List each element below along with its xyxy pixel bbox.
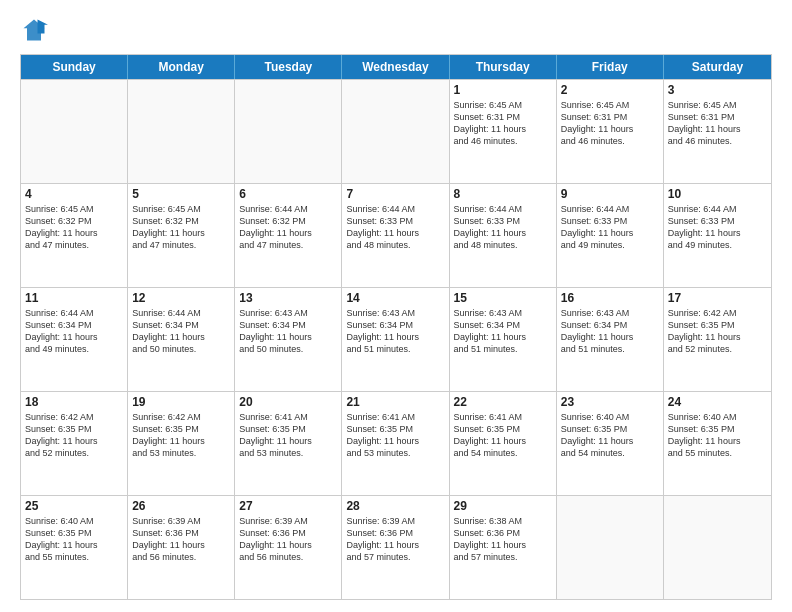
day-cell-6: 6Sunrise: 6:44 AM Sunset: 6:32 PM Daylig… bbox=[235, 184, 342, 287]
calendar-body: 1Sunrise: 6:45 AM Sunset: 6:31 PM Daylig… bbox=[21, 79, 771, 599]
day-cell-20: 20Sunrise: 6:41 AM Sunset: 6:35 PM Dayli… bbox=[235, 392, 342, 495]
day-number: 22 bbox=[454, 395, 552, 409]
day-header-friday: Friday bbox=[557, 55, 664, 79]
day-cell-23: 23Sunrise: 6:40 AM Sunset: 6:35 PM Dayli… bbox=[557, 392, 664, 495]
day-info: Sunrise: 6:44 AM Sunset: 6:34 PM Dayligh… bbox=[132, 307, 230, 356]
logo bbox=[20, 16, 52, 44]
day-header-thursday: Thursday bbox=[450, 55, 557, 79]
day-info: Sunrise: 6:43 AM Sunset: 6:34 PM Dayligh… bbox=[239, 307, 337, 356]
day-cell-26: 26Sunrise: 6:39 AM Sunset: 6:36 PM Dayli… bbox=[128, 496, 235, 599]
day-cell-19: 19Sunrise: 6:42 AM Sunset: 6:35 PM Dayli… bbox=[128, 392, 235, 495]
day-info: Sunrise: 6:43 AM Sunset: 6:34 PM Dayligh… bbox=[346, 307, 444, 356]
day-info: Sunrise: 6:45 AM Sunset: 6:32 PM Dayligh… bbox=[132, 203, 230, 252]
week-row-4: 18Sunrise: 6:42 AM Sunset: 6:35 PM Dayli… bbox=[21, 391, 771, 495]
day-info: Sunrise: 6:38 AM Sunset: 6:36 PM Dayligh… bbox=[454, 515, 552, 564]
day-info: Sunrise: 6:42 AM Sunset: 6:35 PM Dayligh… bbox=[668, 307, 767, 356]
day-number: 14 bbox=[346, 291, 444, 305]
day-cell-18: 18Sunrise: 6:42 AM Sunset: 6:35 PM Dayli… bbox=[21, 392, 128, 495]
day-number: 11 bbox=[25, 291, 123, 305]
calendar-page: SundayMondayTuesdayWednesdayThursdayFrid… bbox=[0, 0, 792, 612]
day-cell-17: 17Sunrise: 6:42 AM Sunset: 6:35 PM Dayli… bbox=[664, 288, 771, 391]
week-row-1: 1Sunrise: 6:45 AM Sunset: 6:31 PM Daylig… bbox=[21, 79, 771, 183]
day-number: 13 bbox=[239, 291, 337, 305]
day-cell-12: 12Sunrise: 6:44 AM Sunset: 6:34 PM Dayli… bbox=[128, 288, 235, 391]
day-info: Sunrise: 6:44 AM Sunset: 6:33 PM Dayligh… bbox=[346, 203, 444, 252]
day-number: 4 bbox=[25, 187, 123, 201]
week-row-5: 25Sunrise: 6:40 AM Sunset: 6:35 PM Dayli… bbox=[21, 495, 771, 599]
day-number: 24 bbox=[668, 395, 767, 409]
day-number: 5 bbox=[132, 187, 230, 201]
day-info: Sunrise: 6:44 AM Sunset: 6:32 PM Dayligh… bbox=[239, 203, 337, 252]
day-number: 6 bbox=[239, 187, 337, 201]
day-number: 29 bbox=[454, 499, 552, 513]
calendar-header-row: SundayMondayTuesdayWednesdayThursdayFrid… bbox=[21, 55, 771, 79]
day-info: Sunrise: 6:45 AM Sunset: 6:31 PM Dayligh… bbox=[668, 99, 767, 148]
day-number: 15 bbox=[454, 291, 552, 305]
day-cell-21: 21Sunrise: 6:41 AM Sunset: 6:35 PM Dayli… bbox=[342, 392, 449, 495]
logo-icon bbox=[20, 16, 48, 44]
day-info: Sunrise: 6:40 AM Sunset: 6:35 PM Dayligh… bbox=[25, 515, 123, 564]
day-number: 18 bbox=[25, 395, 123, 409]
day-number: 20 bbox=[239, 395, 337, 409]
day-info: Sunrise: 6:44 AM Sunset: 6:33 PM Dayligh… bbox=[668, 203, 767, 252]
day-number: 7 bbox=[346, 187, 444, 201]
day-number: 9 bbox=[561, 187, 659, 201]
day-number: 25 bbox=[25, 499, 123, 513]
day-cell-9: 9Sunrise: 6:44 AM Sunset: 6:33 PM Daylig… bbox=[557, 184, 664, 287]
day-info: Sunrise: 6:44 AM Sunset: 6:33 PM Dayligh… bbox=[454, 203, 552, 252]
day-number: 16 bbox=[561, 291, 659, 305]
empty-cell bbox=[21, 80, 128, 183]
day-cell-28: 28Sunrise: 6:39 AM Sunset: 6:36 PM Dayli… bbox=[342, 496, 449, 599]
day-info: Sunrise: 6:45 AM Sunset: 6:31 PM Dayligh… bbox=[454, 99, 552, 148]
day-number: 17 bbox=[668, 291, 767, 305]
day-info: Sunrise: 6:45 AM Sunset: 6:31 PM Dayligh… bbox=[561, 99, 659, 148]
day-number: 8 bbox=[454, 187, 552, 201]
empty-cell bbox=[342, 80, 449, 183]
day-info: Sunrise: 6:43 AM Sunset: 6:34 PM Dayligh… bbox=[454, 307, 552, 356]
day-info: Sunrise: 6:39 AM Sunset: 6:36 PM Dayligh… bbox=[239, 515, 337, 564]
day-number: 10 bbox=[668, 187, 767, 201]
day-cell-11: 11Sunrise: 6:44 AM Sunset: 6:34 PM Dayli… bbox=[21, 288, 128, 391]
svg-marker-2 bbox=[38, 20, 49, 34]
day-number: 28 bbox=[346, 499, 444, 513]
day-info: Sunrise: 6:41 AM Sunset: 6:35 PM Dayligh… bbox=[454, 411, 552, 460]
day-cell-25: 25Sunrise: 6:40 AM Sunset: 6:35 PM Dayli… bbox=[21, 496, 128, 599]
day-cell-5: 5Sunrise: 6:45 AM Sunset: 6:32 PM Daylig… bbox=[128, 184, 235, 287]
day-number: 23 bbox=[561, 395, 659, 409]
day-cell-16: 16Sunrise: 6:43 AM Sunset: 6:34 PM Dayli… bbox=[557, 288, 664, 391]
day-cell-3: 3Sunrise: 6:45 AM Sunset: 6:31 PM Daylig… bbox=[664, 80, 771, 183]
day-number: 12 bbox=[132, 291, 230, 305]
day-info: Sunrise: 6:44 AM Sunset: 6:34 PM Dayligh… bbox=[25, 307, 123, 356]
week-row-2: 4Sunrise: 6:45 AM Sunset: 6:32 PM Daylig… bbox=[21, 183, 771, 287]
day-cell-7: 7Sunrise: 6:44 AM Sunset: 6:33 PM Daylig… bbox=[342, 184, 449, 287]
day-cell-13: 13Sunrise: 6:43 AM Sunset: 6:34 PM Dayli… bbox=[235, 288, 342, 391]
day-info: Sunrise: 6:45 AM Sunset: 6:32 PM Dayligh… bbox=[25, 203, 123, 252]
day-info: Sunrise: 6:41 AM Sunset: 6:35 PM Dayligh… bbox=[239, 411, 337, 460]
day-info: Sunrise: 6:40 AM Sunset: 6:35 PM Dayligh… bbox=[561, 411, 659, 460]
empty-cell bbox=[128, 80, 235, 183]
day-cell-22: 22Sunrise: 6:41 AM Sunset: 6:35 PM Dayli… bbox=[450, 392, 557, 495]
day-number: 21 bbox=[346, 395, 444, 409]
empty-cell bbox=[664, 496, 771, 599]
week-row-3: 11Sunrise: 6:44 AM Sunset: 6:34 PM Dayli… bbox=[21, 287, 771, 391]
day-cell-1: 1Sunrise: 6:45 AM Sunset: 6:31 PM Daylig… bbox=[450, 80, 557, 183]
day-cell-8: 8Sunrise: 6:44 AM Sunset: 6:33 PM Daylig… bbox=[450, 184, 557, 287]
day-cell-15: 15Sunrise: 6:43 AM Sunset: 6:34 PM Dayli… bbox=[450, 288, 557, 391]
day-header-tuesday: Tuesday bbox=[235, 55, 342, 79]
day-cell-10: 10Sunrise: 6:44 AM Sunset: 6:33 PM Dayli… bbox=[664, 184, 771, 287]
day-number: 2 bbox=[561, 83, 659, 97]
day-cell-29: 29Sunrise: 6:38 AM Sunset: 6:36 PM Dayli… bbox=[450, 496, 557, 599]
day-cell-2: 2Sunrise: 6:45 AM Sunset: 6:31 PM Daylig… bbox=[557, 80, 664, 183]
day-info: Sunrise: 6:41 AM Sunset: 6:35 PM Dayligh… bbox=[346, 411, 444, 460]
day-info: Sunrise: 6:39 AM Sunset: 6:36 PM Dayligh… bbox=[132, 515, 230, 564]
day-header-saturday: Saturday bbox=[664, 55, 771, 79]
day-cell-27: 27Sunrise: 6:39 AM Sunset: 6:36 PM Dayli… bbox=[235, 496, 342, 599]
day-cell-24: 24Sunrise: 6:40 AM Sunset: 6:35 PM Dayli… bbox=[664, 392, 771, 495]
day-info: Sunrise: 6:44 AM Sunset: 6:33 PM Dayligh… bbox=[561, 203, 659, 252]
day-info: Sunrise: 6:39 AM Sunset: 6:36 PM Dayligh… bbox=[346, 515, 444, 564]
day-header-sunday: Sunday bbox=[21, 55, 128, 79]
day-number: 3 bbox=[668, 83, 767, 97]
day-number: 1 bbox=[454, 83, 552, 97]
day-number: 27 bbox=[239, 499, 337, 513]
day-cell-14: 14Sunrise: 6:43 AM Sunset: 6:34 PM Dayli… bbox=[342, 288, 449, 391]
